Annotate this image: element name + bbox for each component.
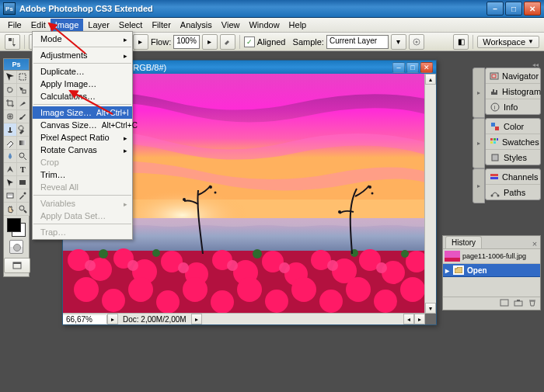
move-tool[interactable] — [4, 71, 17, 84]
lasso-tool[interactable] — [4, 84, 17, 97]
tool-preset-button[interactable] — [5, 34, 20, 50]
history-panel[interactable]: History × page11-1006-full.jpg ▸ Open — [442, 235, 541, 310]
scroll-up-button[interactable]: ▴ — [425, 74, 436, 85]
slice-tool[interactable] — [16, 97, 30, 110]
path-select-tool[interactable] — [4, 176, 17, 189]
zoom-field[interactable]: 66,67% — [63, 315, 107, 324]
flow-arrow[interactable]: ▸ — [202, 34, 218, 50]
aligned-checkbox[interactable]: ✓ — [244, 36, 255, 47]
dodge-tool[interactable] — [16, 150, 30, 163]
info-arrow[interactable]: ▸ — [191, 314, 202, 324]
image-menu-item[interactable]: Trim… — [33, 168, 132, 181]
history-snapshot[interactable]: page11-1006-full.jpg — [443, 249, 540, 264]
scroll-right-button[interactable]: ▸ — [414, 314, 425, 324]
flow-field[interactable]: 100% — [173, 35, 200, 49]
marquee-tool[interactable] — [16, 71, 30, 84]
image-menu-item[interactable]: Duplicate… — [33, 65, 132, 78]
menu-filter[interactable]: Filter — [147, 19, 175, 31]
zoom-arrow[interactable]: ▸ — [107, 314, 118, 324]
fg-color-swatch[interactable] — [7, 218, 21, 232]
image-menu-item[interactable]: Pixel Aspect Ratio — [33, 131, 132, 144]
image-menu-item[interactable]: Canvas Size…Alt+Ctrl+C — [33, 119, 132, 131]
panel-styles[interactable]: Styles — [486, 150, 540, 165]
panel-color[interactable]: Color — [486, 119, 540, 134]
panel-group-color[interactable]: Color Swatches Styles — [485, 118, 541, 165]
healing-tool[interactable] — [4, 110, 17, 123]
history-close-button[interactable]: × — [529, 239, 540, 248]
window-minimize-button[interactable]: – — [486, 2, 504, 16]
eyedropper-tool[interactable] — [16, 189, 30, 203]
bridge-button[interactable]: ◧ — [453, 34, 469, 50]
svg-point-43 — [128, 277, 153, 302]
menu-help[interactable]: Help — [284, 19, 312, 31]
opacity-arrow[interactable]: ▸ — [133, 34, 148, 50]
status-bar: 66,67% ▸ Doc: 2,00M/2,00M ▸ ◂ ▸ — [63, 313, 425, 324]
panel-dock-handle[interactable]: ◂◂ — [473, 61, 541, 68]
panel-histogram[interactable]: Histogram — [486, 84, 540, 99]
menu-view[interactable]: View — [217, 19, 245, 31]
pen-tool[interactable] — [4, 163, 17, 176]
doc-close-button[interactable]: ✕ — [420, 62, 433, 73]
history-delete-button[interactable] — [527, 298, 538, 307]
image-menu-dropdown[interactable]: ModeAdjustmentsDuplicate…Apply Image…Cal… — [32, 31, 133, 240]
panel-info[interactable]: iInfo — [486, 99, 540, 114]
panel-collapse-2[interactable]: ▸ — [473, 118, 485, 168]
tools-header[interactable]: Ps — [4, 59, 29, 71]
image-menu-item[interactable]: Calculations… — [33, 90, 132, 102]
menu-analysis[interactable]: Analysis — [176, 19, 217, 31]
gradient-tool[interactable] — [16, 137, 30, 150]
history-new-doc-button[interactable] — [499, 298, 510, 307]
panel-navigator[interactable]: Navigator — [486, 68, 540, 84]
window-close-button[interactable]: ✕ — [524, 2, 541, 16]
image-menu-item[interactable]: Mode — [33, 33, 132, 45]
sample-dropdown[interactable]: Current Layer — [326, 35, 389, 49]
type-tool[interactable]: T — [16, 163, 30, 176]
airbrush-button[interactable] — [220, 34, 235, 50]
menu-layer[interactable]: Layer — [83, 19, 114, 31]
notes-tool[interactable] — [4, 189, 17, 203]
scroll-down-button[interactable]: ▾ — [425, 303, 436, 314]
window-maximize-button[interactable]: □ — [505, 2, 522, 16]
workspace-picker[interactable]: Workspace▼ — [477, 36, 539, 48]
scroll-left-button[interactable]: ◂ — [403, 314, 414, 324]
menu-edit[interactable]: Edit — [26, 19, 51, 31]
clone-stamp-tool[interactable] — [4, 123, 17, 137]
history-tab[interactable]: History — [445, 236, 482, 248]
panel-paths[interactable]: Paths — [486, 185, 540, 199]
sample-dropdown-arrow[interactable]: ▾ — [391, 34, 406, 50]
panel-channels[interactable]: Channels — [486, 169, 540, 185]
panel-swatches[interactable]: Swatches — [486, 134, 540, 150]
quick-mask-toggle[interactable] — [9, 240, 23, 254]
screen-mode-button[interactable] — [4, 258, 30, 273]
doc-maximize-button[interactable]: □ — [406, 62, 419, 73]
zoom-tool[interactable] — [16, 203, 30, 216]
history-brush-tool[interactable] — [16, 123, 30, 137]
image-menu-item[interactable]: Apply Image… — [33, 78, 132, 90]
menu-file[interactable]: File — [3, 19, 26, 31]
quick-select-tool[interactable] — [16, 84, 30, 97]
panel-collapse-1[interactable]: ▸ — [473, 68, 485, 118]
crop-tool[interactable] — [4, 97, 17, 110]
doc-minimize-button[interactable]: – — [392, 62, 405, 73]
sample-all-layers-button[interactable] — [409, 34, 424, 50]
image-menu-item[interactable]: Image Size…Alt+Ctrl+I — [33, 106, 132, 119]
menu-window[interactable]: Window — [244, 19, 284, 31]
menu-select[interactable]: Select — [114, 19, 148, 31]
brush-tool[interactable] — [16, 110, 30, 123]
image-menu-item[interactable]: Adjustments — [33, 49, 132, 61]
history-snapshot-button[interactable] — [513, 298, 524, 307]
color-swatches[interactable] — [4, 216, 29, 239]
eraser-tool[interactable] — [4, 137, 17, 150]
blur-tool[interactable] — [4, 150, 17, 163]
menu-image[interactable]: Image — [51, 19, 84, 31]
hand-tool[interactable] — [4, 203, 17, 216]
panel-group-channels[interactable]: Channels Paths — [485, 168, 541, 200]
tools-palette[interactable]: Ps T — [3, 58, 30, 277]
svg-rect-76 — [491, 123, 495, 127]
panel-group-navigator[interactable]: Navigator Histogram iInfo — [485, 68, 541, 115]
image-menu-item[interactable]: Rotate Canvas — [33, 144, 132, 156]
panel-collapse-3[interactable]: ▸ — [473, 168, 485, 203]
vertical-scrollbar[interactable]: ▴ ▾ — [424, 74, 436, 314]
history-state-open[interactable]: ▸ Open — [443, 264, 540, 277]
shape-tool[interactable] — [16, 176, 30, 189]
